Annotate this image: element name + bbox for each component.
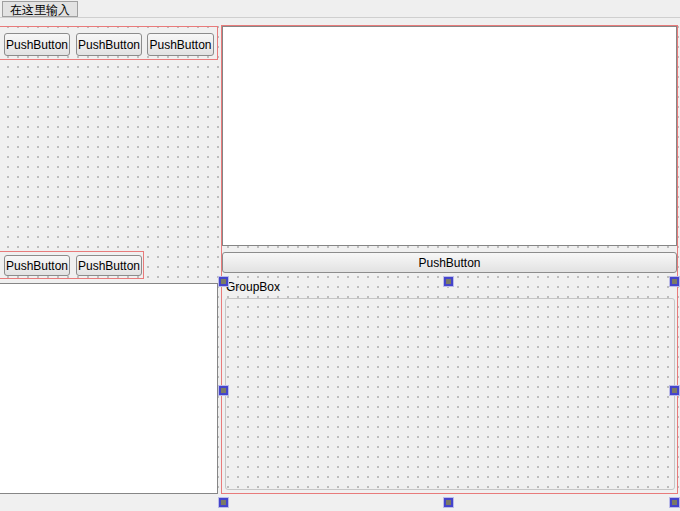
push-button-4[interactable]: PushButton	[4, 255, 70, 276]
left-text-edit[interactable]	[0, 283, 218, 494]
designer-form-canvas: 在这里输入 PushButton PushButton PushButton P…	[0, 0, 680, 511]
groupbox-frame[interactable]	[225, 298, 675, 490]
menu-type-here-item[interactable]: 在这里输入	[2, 1, 78, 17]
selection-handle-bottom-right[interactable]	[670, 498, 679, 507]
right-text-edit[interactable]	[222, 26, 677, 246]
selection-handle-top-center[interactable]	[444, 277, 453, 286]
wide-push-button[interactable]: PushButton	[222, 252, 677, 273]
push-button-1[interactable]: PushButton	[4, 33, 70, 56]
push-button-5[interactable]: PushButton	[76, 255, 142, 276]
menu-bar: 在这里输入	[0, 0, 680, 18]
selection-handle-mid-right[interactable]	[670, 386, 679, 395]
push-button-2[interactable]: PushButton	[76, 33, 142, 56]
selection-handle-bottom-center[interactable]	[444, 498, 453, 507]
selection-handle-top-right[interactable]	[670, 277, 679, 286]
selection-handle-top-left[interactable]	[219, 277, 228, 286]
selection-handle-mid-left[interactable]	[219, 386, 228, 395]
groupbox-title: GroupBox	[226, 280, 280, 294]
push-button-3[interactable]: PushButton	[147, 33, 214, 56]
selection-handle-bottom-left[interactable]	[219, 498, 228, 507]
